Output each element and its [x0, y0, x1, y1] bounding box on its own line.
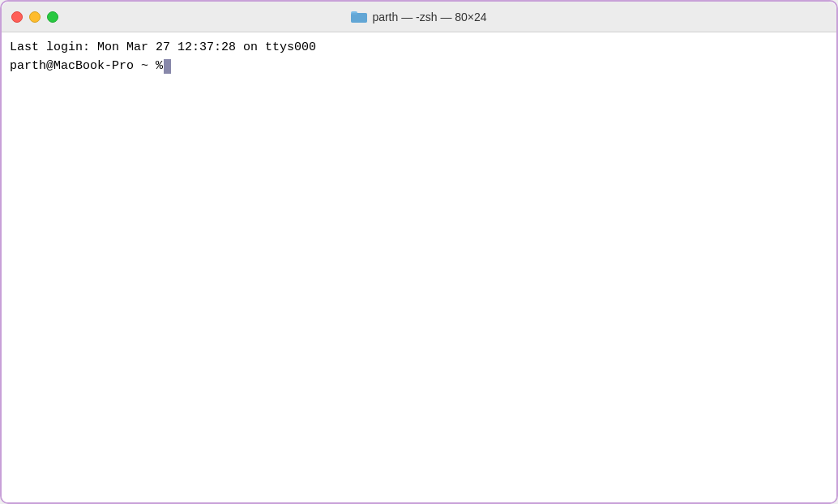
maximize-button[interactable] [47, 11, 58, 23]
last-login-line: Last login: Mon Mar 27 12:37:28 on ttys0… [10, 39, 828, 58]
terminal-body[interactable]: Last login: Mon Mar 27 12:37:28 on ttys0… [2, 32, 836, 502]
title-content: parth — -zsh — 80×24 [351, 10, 486, 23]
terminal-window: parth — -zsh — 80×24 Last login: Mon Mar… [0, 0, 838, 504]
terminal-cursor [164, 59, 171, 74]
traffic-lights [11, 11, 58, 23]
svg-rect-2 [351, 13, 367, 23]
minimize-button[interactable] [29, 11, 41, 23]
window-title: parth — -zsh — 80×24 [372, 11, 486, 23]
prompt-text: parth@MacBook-Pro ~ % [10, 58, 163, 76]
close-button[interactable] [11, 11, 23, 23]
title-bar: parth — -zsh — 80×24 [2, 2, 836, 32]
folder-icon [351, 10, 367, 23]
prompt-line: parth@MacBook-Pro ~ % [10, 58, 828, 76]
